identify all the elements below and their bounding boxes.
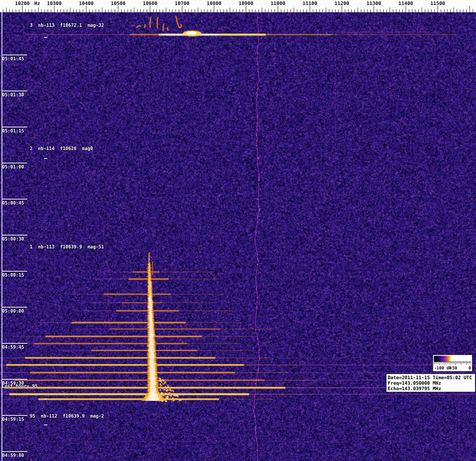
freq-label: 11000 — [271, 0, 285, 6]
freq-tick — [380, 9, 381, 12]
legend-tick — [463, 362, 463, 364]
freq-tick — [28, 9, 29, 12]
freq-tick — [51, 9, 51, 12]
freq-tick — [195, 9, 195, 12]
legend-tick — [469, 362, 470, 364]
freq-tick — [48, 9, 48, 12]
legend-tick — [453, 362, 454, 364]
time-tick — [1, 343, 27, 344]
freq-tick — [86, 6, 86, 12]
time-tick — [1, 379, 27, 380]
freq-tick — [163, 9, 163, 12]
freq-tick — [102, 8, 102, 12]
freq-label: 10900 — [239, 0, 253, 6]
freq-tick — [188, 9, 189, 12]
freq-tick — [370, 9, 371, 12]
freq-tick — [169, 9, 170, 12]
freq-tick — [329, 9, 329, 12]
freq-tick — [466, 9, 467, 12]
freq-tick — [300, 9, 301, 12]
freq-tick — [223, 9, 224, 12]
freq-label: 10400 — [79, 0, 94, 6]
legend-tick — [466, 362, 467, 365]
legend-tick — [440, 362, 441, 364]
freq-tick — [252, 9, 253, 12]
freq-label: 11100 — [303, 0, 317, 6]
freq-tick — [99, 9, 99, 12]
freq-tick — [406, 6, 406, 12]
freq-tick — [351, 9, 352, 12]
freq-tick — [460, 9, 460, 12]
time-label: 05:00:45 — [2, 200, 24, 205]
legend-tick — [467, 362, 468, 364]
freq-tick — [358, 8, 358, 12]
freq-tick — [453, 8, 454, 12]
freq-tick — [95, 9, 96, 12]
time-label: 05:01:00 — [2, 164, 24, 169]
time-tick — [1, 235, 27, 236]
freq-tick — [67, 9, 67, 12]
time-tick — [1, 271, 27, 272]
freq-tick — [3, 9, 3, 12]
frequency-ruler: Hz 1020010300104001050010600107001080010… — [0, 0, 476, 12]
freq-tick — [428, 9, 428, 12]
freq-tick — [137, 9, 137, 12]
legend-tick — [468, 362, 469, 364]
legend-tick — [458, 362, 458, 364]
freq-tick — [118, 6, 118, 12]
freq-tick — [339, 9, 339, 12]
freq-tick — [255, 9, 256, 12]
freq-tick — [326, 8, 326, 12]
freq-label: 10300 — [47, 0, 61, 6]
freq-tick — [290, 9, 291, 12]
event-marker-dash — [44, 399, 47, 399]
freq-tick — [147, 9, 147, 12]
freq-tick — [76, 9, 77, 12]
freq-tick — [236, 9, 237, 12]
freq-tick — [246, 6, 246, 12]
freq-tick — [217, 9, 217, 12]
freq-tick — [469, 6, 470, 12]
time-tick — [1, 91, 27, 91]
freq-tick — [271, 9, 272, 12]
legend-tick — [459, 362, 459, 364]
spectrogram-window: Hz 1020010300104001050010600107001080010… — [0, 0, 476, 461]
freq-tick — [230, 8, 230, 12]
legend-tick — [446, 362, 446, 364]
time-tick — [1, 307, 27, 307]
time-tick — [1, 55, 27, 55]
legend-tick — [464, 362, 464, 364]
freq-label: 10700 — [175, 0, 189, 6]
freq-tick — [348, 9, 348, 12]
time-tick — [1, 199, 27, 199]
info-rx-frequency: Freq=143.050000 MHz — [388, 380, 474, 386]
last-hour-counter: Last hour= 95 — [2, 384, 38, 389]
freq-tick — [259, 9, 259, 12]
legend-tick — [444, 362, 444, 364]
freq-tick — [25, 9, 26, 12]
freq-tick — [9, 9, 10, 12]
freq-label: 10800 — [207, 0, 221, 6]
freq-tick — [281, 9, 281, 12]
freq-tick — [172, 9, 173, 12]
freq-tick — [284, 9, 285, 12]
freq-tick — [310, 6, 310, 12]
legend-tick — [455, 362, 456, 365]
freq-tick — [35, 9, 35, 12]
freq-tick — [70, 8, 70, 12]
legend-min-label: -100 dB — [434, 366, 452, 370]
freq-tick — [140, 9, 141, 12]
freq-tick — [115, 9, 115, 12]
freq-tick — [431, 9, 432, 12]
freq-tick — [191, 9, 192, 12]
freq-tick — [287, 9, 288, 12]
freq-tick — [150, 6, 150, 12]
freq-tick — [342, 6, 342, 12]
freq-tick — [54, 6, 54, 12]
freq-tick — [179, 9, 179, 12]
freq-tick — [22, 6, 23, 12]
freq-tick — [313, 9, 313, 12]
freq-tick — [386, 9, 387, 12]
freq-tick — [44, 9, 45, 12]
legend-tick — [442, 362, 442, 364]
